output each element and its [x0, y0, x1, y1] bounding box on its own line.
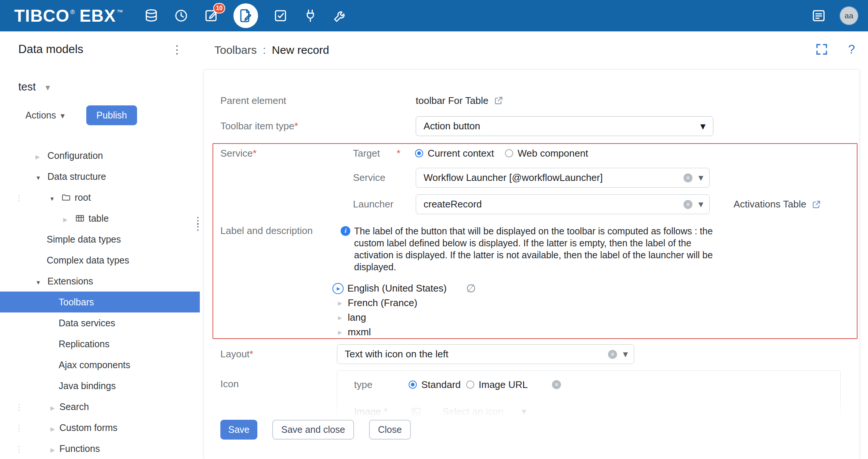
tree-item-extensions[interactable]: Extensions: [0, 271, 200, 292]
actions-label: Actions: [25, 110, 56, 121]
expand-circle-icon[interactable]: [332, 283, 344, 294]
select-caret-icon: [700, 120, 706, 132]
chevron-collapsed-icon[interactable]: [50, 422, 59, 433]
sidebar-menu-icon[interactable]: [171, 43, 183, 56]
close-button[interactable]: Close: [369, 420, 411, 440]
chevron-collapsed-icon[interactable]: [50, 401, 59, 412]
radio-image-url[interactable]: [466, 381, 474, 389]
combobox-caret-icon[interactable]: [698, 172, 703, 184]
info-icon[interactable]: [341, 226, 350, 236]
history-clock-icon[interactable]: [174, 8, 189, 23]
chevron-expanded-icon[interactable]: [35, 276, 47, 287]
brand-ebx: EBX: [80, 6, 116, 26]
radio-web-component[interactable]: [505, 149, 513, 157]
tree-item-label: Configuration: [47, 150, 103, 161]
launcher-combobox-value: createRecord: [424, 198, 678, 210]
registered-mark: ®: [70, 9, 75, 16]
tree-item-functions[interactable]: Functions: [0, 438, 200, 459]
activations-table-link[interactable]: Activations Table: [734, 198, 821, 210]
tree-item-table[interactable]: table: [0, 208, 200, 229]
radio-current-context-label[interactable]: Current context: [428, 148, 494, 159]
launcher-combobox[interactable]: createRecord: [416, 194, 710, 214]
user-avatar[interactable]: aa: [840, 7, 858, 24]
required-mark: *: [249, 348, 253, 360]
radio-current-context[interactable]: [415, 149, 423, 157]
tree-item-ajax-components[interactable]: Ajax components: [0, 354, 200, 375]
model-tree: ConfigurationData structureroottableSimp…: [0, 145, 200, 459]
integration-plug-icon[interactable]: [303, 8, 318, 23]
breadcrumb-section[interactable]: Toolbars: [214, 44, 257, 56]
breadcrumb-separator: :: [263, 44, 266, 56]
save-button[interactable]: Save: [220, 420, 257, 440]
workflow-tasks-icon[interactable]: 10: [204, 8, 218, 23]
chevron-collapsed-icon[interactable]: [35, 150, 47, 161]
tree-item-label: Replications: [59, 339, 109, 349]
radio-standard-label[interactable]: Standard: [421, 379, 461, 391]
locale-item-english[interactable]: English (United States): [332, 281, 476, 296]
locale-item-lang[interactable]: lang: [332, 310, 476, 325]
service-combobox[interactable]: Workflow Launcher [@workflowLauncher]: [416, 168, 710, 188]
clear-icon[interactable]: [608, 350, 617, 359]
tree-item-label: Functions: [59, 443, 100, 454]
clear-icon[interactable]: [683, 200, 692, 209]
model-selector[interactable]: test: [18, 81, 50, 93]
clear-icon[interactable]: [552, 380, 561, 389]
locale-item-mxml[interactable]: mxml: [332, 325, 476, 339]
clear-icon[interactable]: [683, 173, 692, 182]
tree-item-root[interactable]: root: [0, 187, 200, 208]
chevron-collapsed-icon[interactable]: [50, 443, 59, 454]
chevron-expanded-icon[interactable]: [35, 171, 47, 182]
chevron-expanded-icon[interactable]: [49, 192, 61, 203]
tibco-ebx-logo[interactable]: TIBCO ® EBX ™: [14, 0, 124, 31]
actions-dropdown[interactable]: Actions: [25, 110, 65, 121]
layout-combobox[interactable]: Text with icon on the left: [337, 344, 634, 364]
admin-wrench-icon[interactable]: [333, 8, 348, 23]
sidebar-resize-handle[interactable]: [193, 218, 199, 230]
session-log-icon[interactable]: [811, 8, 826, 23]
external-link-icon[interactable]: [494, 96, 503, 105]
tree-item-toolbars[interactable]: Toolbars: [0, 292, 200, 312]
save-and-close-button[interactable]: Save and close: [272, 420, 354, 440]
tree-item-custom-forms[interactable]: Custom forms: [0, 417, 200, 438]
tree-item-label: table: [89, 213, 109, 224]
drag-handle-icon[interactable]: [15, 192, 23, 203]
breadcrumb: Toolbars : New record: [214, 44, 329, 56]
chevron-collapsed-icon[interactable]: [338, 314, 348, 321]
combobox-caret-icon[interactable]: [698, 198, 703, 210]
tree-item-label: Java bindings: [59, 381, 116, 391]
chevron-down-icon: [61, 110, 65, 121]
toolbar-item-type-select[interactable]: Action button: [416, 116, 713, 136]
radio-image-url-label[interactable]: Image URL: [479, 379, 528, 391]
drag-handle-icon[interactable]: [15, 443, 23, 454]
help-icon[interactable]: ?: [848, 42, 855, 56]
drag-handle-icon[interactable]: [15, 422, 23, 433]
data-model-assistant-icon-active[interactable]: [233, 3, 258, 28]
layout-combobox-value: Text with icon on the left: [345, 348, 602, 360]
locale-item-french[interactable]: French (France): [332, 296, 476, 310]
chevron-collapsed-icon[interactable]: [338, 300, 348, 306]
chevron-collapsed-icon[interactable]: [338, 329, 348, 336]
tree-item-search[interactable]: Search: [0, 396, 200, 417]
drag-handle-icon[interactable]: [15, 401, 23, 412]
data-models-icon[interactable]: [144, 8, 159, 23]
tree-item-java-bindings[interactable]: Java bindings: [0, 375, 200, 396]
tree-item-configuration[interactable]: Configuration: [0, 145, 200, 166]
target-label: Target: [353, 148, 397, 159]
tree-item-complex-data-types[interactable]: Complex data types: [0, 250, 200, 271]
fullscreen-icon[interactable]: [815, 42, 829, 56]
target-radio-group: Current context Web component: [415, 148, 588, 159]
chevron-collapsed-icon[interactable]: [63, 213, 75, 224]
radio-web-component-label[interactable]: Web component: [518, 148, 588, 159]
radio-standard[interactable]: [409, 381, 417, 389]
combobox-caret-icon[interactable]: [623, 348, 628, 360]
trademark-mark: ™: [117, 9, 123, 16]
tree-item-data-structure[interactable]: Data structure: [0, 166, 200, 187]
required-mark: *: [253, 148, 257, 159]
locale-list: English (United States) French (France) …: [332, 281, 476, 339]
validation-icon[interactable]: [273, 8, 288, 23]
tree-item-simple-data-types[interactable]: Simple data types: [0, 229, 200, 250]
publish-button[interactable]: Publish: [86, 105, 137, 125]
tree-item-data-services[interactable]: Data services: [0, 312, 200, 333]
service-field-label: Service: [353, 172, 416, 184]
tree-item-replications[interactable]: Replications: [0, 333, 200, 354]
